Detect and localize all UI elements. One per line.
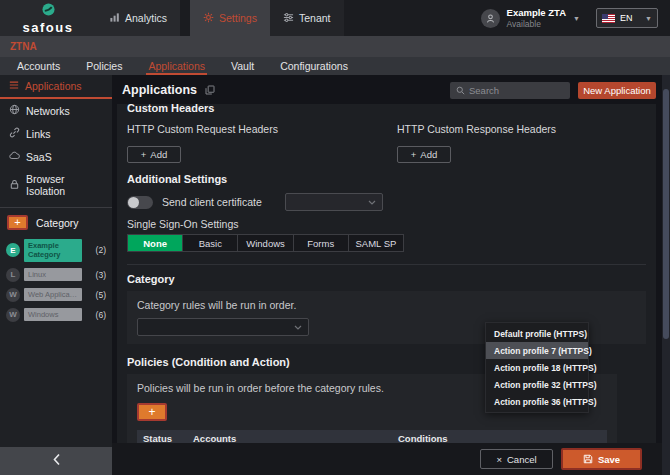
category-count: (2) xyxy=(96,245,106,255)
category-item-web-application[interactable]: W Web Application (5) xyxy=(0,285,112,305)
chevron-down-icon xyxy=(294,325,302,330)
category-item-linux[interactable]: L Linux (3) xyxy=(0,265,112,285)
footer-bar: × Cancel Save xyxy=(112,443,670,475)
top-header: safous Analytics Settings Tenant xyxy=(0,0,670,36)
chevron-down-icon: ▼ xyxy=(573,15,580,22)
scrollbar-thumb[interactable] xyxy=(663,89,669,339)
nav-tab-settings[interactable]: Settings xyxy=(190,0,270,36)
category-chip: Example Category xyxy=(24,239,82,262)
category-section-title: Category xyxy=(127,273,646,285)
cancel-label: Cancel xyxy=(507,454,537,465)
column-accounts: Accounts xyxy=(193,433,398,444)
sidebar-item-label: Applications xyxy=(25,80,82,92)
sidebar-item-label: SaaS xyxy=(26,151,52,163)
category-rule-select[interactable] xyxy=(137,318,309,336)
tab-applications[interactable]: Applications xyxy=(135,57,218,75)
add-button-label: Add xyxy=(150,149,167,160)
sidebar-item-saas[interactable]: SaaS xyxy=(0,145,112,168)
sidebar-collapse-button[interactable] xyxy=(0,447,112,475)
save-floppy-icon xyxy=(583,454,593,464)
save-label: Save xyxy=(598,454,620,465)
custom-headers-columns: HTTP Custom Request Headers + Add HTTP C… xyxy=(127,123,646,163)
category-count: (5) xyxy=(96,290,106,300)
client-certificate-select[interactable] xyxy=(285,193,383,211)
tab-accounts[interactable]: Accounts xyxy=(4,57,73,75)
category-title: Category xyxy=(36,217,79,229)
search-input[interactable] xyxy=(469,85,564,96)
sso-settings-label: Single Sign-On Settings xyxy=(127,218,646,230)
client-certificate-toggle[interactable] xyxy=(127,196,153,209)
sso-option-none[interactable]: None xyxy=(128,235,183,251)
sso-option-saml-sp[interactable]: SAML SP xyxy=(349,235,403,251)
menu-item-default-profile[interactable]: Default profile (HTTPS) xyxy=(486,325,588,342)
cancel-button[interactable]: × Cancel xyxy=(480,449,553,469)
brand-name: safous xyxy=(23,21,74,34)
lock-icon xyxy=(9,179,20,192)
response-headers-label: HTTP Custom Response Headers xyxy=(397,123,646,135)
nav-tab-tenant[interactable]: Tenant xyxy=(270,0,344,36)
content-column: Applications New Application Custom Head xyxy=(112,75,670,475)
nav-tab-analytics[interactable]: Analytics xyxy=(96,0,180,36)
add-request-header-button[interactable]: + Add xyxy=(127,146,181,163)
search-box xyxy=(450,82,570,99)
tab-vault[interactable]: Vault xyxy=(218,57,267,75)
category-item-windows[interactable]: W Windows (6) xyxy=(0,305,112,325)
sidebar-item-label: Networks xyxy=(26,105,70,117)
tab-label: Applications xyxy=(148,60,205,72)
category-count: (6) xyxy=(96,310,106,320)
sso-option-windows[interactable]: Windows xyxy=(238,235,293,251)
brand-logo[interactable]: safous xyxy=(0,0,96,36)
sidebar-item-browser-isolation[interactable]: Browser Isolation xyxy=(0,168,112,202)
chevron-down-icon: ▼ xyxy=(645,15,652,22)
add-policy-button[interactable]: + xyxy=(137,403,167,421)
us-flag-icon xyxy=(602,14,615,23)
sso-option-forms[interactable]: Forms xyxy=(294,235,349,251)
menu-item-action-profile-32[interactable]: Action profile 32 (HTTPS) xyxy=(486,376,588,393)
sidebar-item-networks[interactable]: Networks xyxy=(0,99,112,122)
x-icon: × xyxy=(496,454,502,465)
sidebar-item-applications[interactable]: Applications xyxy=(0,75,112,99)
menu-item-action-profile-18[interactable]: Action profile 18 (HTTPS) xyxy=(486,359,588,376)
add-response-header-button[interactable]: + Add xyxy=(397,146,451,163)
globe-icon xyxy=(9,104,20,117)
custom-headers-title: Custom Headers xyxy=(127,104,646,114)
save-button[interactable]: Save xyxy=(561,448,642,470)
category-chip: Web Application xyxy=(24,288,82,301)
tab-configurations[interactable]: Configurations xyxy=(267,57,361,75)
tab-label: Accounts xyxy=(17,60,60,72)
vertical-scrollbar[interactable] xyxy=(662,75,670,475)
client-certificate-label: Send client certificate xyxy=(162,196,262,208)
client-certificate-row: Send client certificate xyxy=(127,193,646,211)
user-avatar-icon xyxy=(481,9,500,28)
category-item-example[interactable]: E Example Category (2) xyxy=(0,236,112,265)
category-avatar: W xyxy=(6,288,20,302)
category-rules-hint: Category rules will be run in order. xyxy=(137,299,636,311)
content-toolbar: Applications New Application xyxy=(117,79,656,101)
nav-tab-label: Settings xyxy=(219,12,257,24)
nav-tab-label: Analytics xyxy=(125,12,167,24)
language-selector[interactable]: EN ▼ xyxy=(596,8,658,28)
tab-label: Configurations xyxy=(280,60,348,72)
add-category-button[interactable]: + xyxy=(7,215,28,230)
analytics-icon xyxy=(109,12,120,25)
gear-icon xyxy=(203,12,214,25)
sso-option-basic[interactable]: Basic xyxy=(183,235,238,251)
request-headers-column: HTTP Custom Request Headers + Add xyxy=(127,123,397,163)
user-menu[interactable]: Example ZTA Available ▼ xyxy=(481,0,580,36)
sidebar-item-links[interactable]: Links xyxy=(0,122,112,145)
request-headers-label: HTTP Custom Request Headers xyxy=(127,123,397,135)
cloud-icon xyxy=(9,150,20,163)
chevron-down-icon xyxy=(368,200,376,205)
category-avatar: W xyxy=(6,308,20,322)
add-button-label: Add xyxy=(420,149,437,160)
user-meta: Example ZTA Available xyxy=(507,7,566,29)
tab-policies[interactable]: Policies xyxy=(73,57,135,75)
category-header: + Category xyxy=(0,211,112,236)
sidebar-item-label: Browser Isolation xyxy=(26,173,103,197)
menu-item-action-profile-36[interactable]: Action profile 36 (HTTPS) xyxy=(486,393,588,410)
copy-icon[interactable] xyxy=(205,85,215,95)
new-application-button[interactable]: New Application xyxy=(578,82,656,99)
sidebar-divider xyxy=(0,207,112,208)
menu-item-action-profile-7[interactable]: Action profile 7 (HTTPS) xyxy=(486,342,588,359)
safous-logo-icon xyxy=(42,2,55,20)
